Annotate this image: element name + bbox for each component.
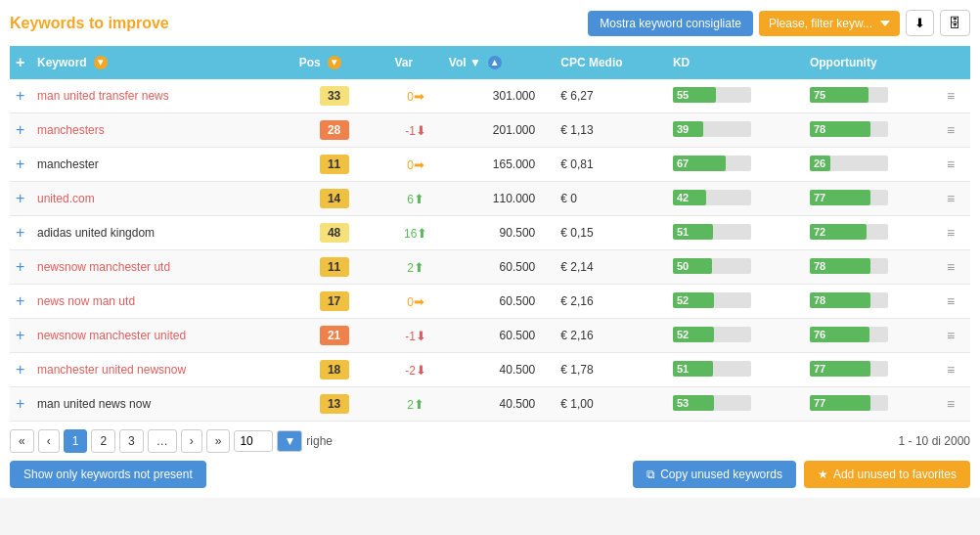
cpc-value: € 2,14 — [560, 260, 593, 274]
detail-icon[interactable]: ≡ — [947, 259, 955, 275]
col-empty3 — [541, 46, 555, 79]
col-opp: Opportunity — [804, 46, 941, 79]
pos-filter-icon[interactable]: ▼ — [328, 56, 341, 69]
keyword-link[interactable]: manchester united newsnow — [37, 363, 186, 377]
add-row-btn[interactable]: + — [16, 190, 24, 207]
show-keywords-btn[interactable]: Show only keywords not present — [10, 461, 206, 488]
cpc-value: € 0,15 — [560, 226, 593, 240]
var-value: 2⬆ — [407, 261, 424, 275]
page-ellipsis-btn[interactable]: … — [148, 429, 177, 453]
detail-icon[interactable]: ≡ — [947, 191, 955, 206]
kd-bar-bg: 55 — [673, 87, 751, 103]
detail-icon[interactable]: ≡ — [947, 396, 955, 412]
pos-badge: 33 — [320, 86, 349, 106]
add-row-btn[interactable]: + — [16, 361, 24, 379]
pos-badge: 18 — [320, 360, 349, 379]
opp-bar-bg: 76 — [810, 327, 888, 342]
detail-icon[interactable]: ≡ — [947, 122, 955, 138]
page-prev-btn[interactable]: ‹ — [38, 429, 60, 453]
kd-bar-bg: 51 — [673, 224, 751, 240]
page-2-btn[interactable]: 2 — [91, 429, 115, 453]
cpc-value: € 2,16 — [560, 329, 593, 342]
add-row-btn[interactable]: + — [16, 224, 24, 242]
col-empty2 — [375, 46, 388, 79]
page-first-btn[interactable]: « — [10, 429, 34, 453]
keyword-text: manchester — [37, 157, 99, 171]
detail-icon[interactable]: ≡ — [947, 88, 955, 104]
add-row-btn[interactable]: + — [16, 292, 24, 310]
table-row: +newsnow manchester united21-1⬇60.500€ 2… — [10, 319, 970, 353]
page-3-btn[interactable]: 3 — [119, 429, 144, 453]
keywords-table: + Keyword ▼ Pos ▼ Var — [10, 46, 970, 422]
keyword-text: adidas united kingdom — [37, 226, 155, 240]
opp-label: 77 — [814, 361, 825, 377]
col-vol: Vol ▼ ▲ — [443, 46, 541, 79]
export-btn[interactable]: ⬇ — [906, 10, 934, 36]
rows-dropdown-btn[interactable]: ▼ — [277, 430, 302, 452]
detail-icon[interactable]: ≡ — [947, 362, 955, 378]
keyword-filter-icon[interactable]: ▼ — [94, 56, 108, 69]
col-var: Var — [388, 46, 442, 79]
filter-keyword-btn[interactable]: Please, filter keyw... — [759, 11, 900, 36]
keyword-link[interactable]: newsnow manchester united — [37, 329, 186, 342]
vol-value: 60.500 — [500, 294, 536, 308]
table-row: +manchesters28-1⬇201.000€ 1,133978≡ — [10, 113, 970, 148]
table-row: +adidas united kingdom4816⬆90.500€ 0,155… — [10, 216, 970, 250]
vol-filter-icon[interactable]: ▲ — [488, 56, 502, 69]
add-all-icon[interactable]: + — [16, 54, 24, 70]
kd-label: 39 — [677, 121, 689, 137]
page-last-btn[interactable]: » — [206, 429, 231, 453]
table-row: +man united transfer news330➡301.000€ 6,… — [10, 79, 970, 113]
vol-value: 40.500 — [500, 397, 536, 411]
vol-value: 301.000 — [493, 89, 535, 103]
table-row: +news now man utd170➡60.500€ 2,165278≡ — [10, 285, 970, 319]
detail-icon[interactable]: ≡ — [947, 156, 955, 172]
add-row-btn[interactable]: + — [16, 156, 24, 173]
add-row-btn[interactable]: + — [16, 87, 24, 105]
add-row-btn[interactable]: + — [16, 395, 24, 413]
db-btn[interactable]: 🗄 — [940, 10, 970, 36]
keyword-link[interactable]: manchesters — [37, 123, 105, 137]
rows-per-page-input[interactable] — [234, 430, 273, 452]
rows-label: righe — [306, 434, 333, 448]
copy-unused-btn[interactable]: ⧉ Copy unused keywords — [633, 461, 796, 488]
var-value: 0➡ — [407, 295, 424, 309]
keyword-link[interactable]: man united transfer news — [37, 89, 169, 103]
export-icon: ⬇ — [914, 16, 925, 30]
kd-bar-bg: 50 — [673, 258, 751, 274]
pagination: « ‹ 1 2 3 … › » ▼ righe — [10, 429, 333, 453]
bottom-bar: Show only keywords not present ⧉ Copy un… — [10, 461, 970, 488]
kd-bar-bg: 51 — [673, 361, 751, 377]
db-icon: 🗄 — [949, 16, 961, 30]
opp-bar-bg: 72 — [810, 224, 888, 240]
detail-icon[interactable]: ≡ — [947, 328, 955, 343]
kd-label: 53 — [677, 395, 689, 411]
detail-icon[interactable]: ≡ — [947, 225, 955, 241]
add-row-btn[interactable]: + — [16, 121, 24, 139]
page-next-btn[interactable]: › — [181, 429, 202, 453]
kd-bar-bg: 39 — [673, 121, 751, 137]
add-row-btn[interactable]: + — [16, 327, 24, 344]
col-cpc: CPC Medio — [555, 46, 667, 79]
kd-label: 51 — [677, 361, 689, 377]
pos-badge: 11 — [320, 155, 349, 174]
col-pos: Pos ▼ — [293, 46, 376, 79]
copy-icon: ⧉ — [646, 468, 655, 481]
var-value: 0➡ — [407, 90, 424, 104]
kd-label: 55 — [677, 87, 689, 103]
pos-badge: 48 — [320, 223, 349, 243]
add-row-btn[interactable]: + — [16, 258, 24, 276]
opp-label: 75 — [814, 87, 825, 103]
add-favorites-btn[interactable]: ★ Add unused to favorites — [804, 461, 970, 488]
vol-value: 201.000 — [493, 123, 535, 137]
kd-label: 67 — [677, 156, 689, 171]
detail-icon[interactable]: ≡ — [947, 293, 955, 309]
pos-badge: 28 — [320, 120, 349, 140]
keyword-link[interactable]: united.com — [37, 192, 95, 205]
page-1-btn[interactable]: 1 — [64, 429, 88, 453]
mostra-keyword-btn[interactable]: Mostra keyword consigliate — [588, 11, 753, 36]
keyword-link[interactable]: news now man utd — [37, 294, 135, 308]
keyword-link[interactable]: newsnow manchester utd — [37, 260, 170, 274]
pos-badge: 17 — [320, 291, 349, 311]
cpc-value: € 0 — [560, 192, 577, 205]
